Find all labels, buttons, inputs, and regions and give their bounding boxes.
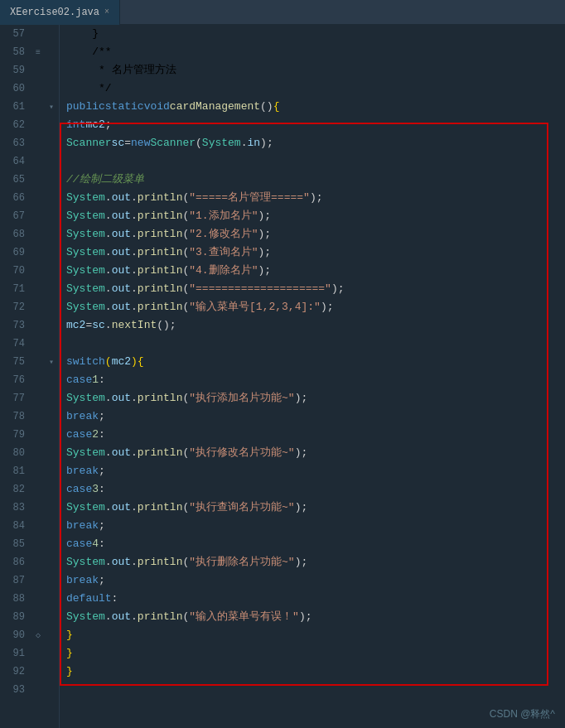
code-line: System.out.println("执行添加名片功能~"); [66, 389, 558, 407]
code-line: /** [66, 43, 558, 61]
line-fold[interactable]: ▾ [45, 102, 58, 112]
tab-bar: XEercise02.java × [0, 0, 565, 25]
line-number: 77 [0, 393, 31, 404]
line-number: 59 [0, 65, 31, 76]
code-line: System.out.println("执行修改名片功能~"); [66, 444, 558, 462]
code-line: System.out.println("=====名片管理====="); [66, 189, 558, 207]
line-number: 58 [0, 46, 31, 58]
gutter-row: 82 [0, 480, 59, 499]
gutter-row: 85 [0, 535, 59, 553]
gutter-row: 62 [0, 116, 59, 134]
line-number: 87 [0, 575, 31, 586]
gutter-row: 89 [0, 608, 59, 626]
gutter-row: 91 [0, 644, 59, 663]
line-number: 83 [0, 502, 31, 513]
gutter-row: 71 [0, 280, 59, 298]
line-number: 74 [0, 338, 31, 350]
line-icon: ≡ [31, 48, 45, 57]
line-number: 61 [0, 101, 31, 113]
code-line: System.out.println("执行查询名片功能~"); [66, 499, 558, 517]
line-number-gutter: 5758≡596061▾6263646566676869707172737475… [0, 25, 60, 728]
gutter-row: 81 [0, 462, 59, 480]
code-line [66, 335, 558, 353]
gutter-row: 66 [0, 189, 59, 207]
gutter-row: 72 [0, 298, 59, 316]
line-number: 76 [0, 374, 31, 386]
line-number: 70 [0, 265, 31, 277]
gutter-row: 63 [0, 134, 59, 152]
code-line: int mc2; [66, 116, 558, 134]
code-line [66, 681, 558, 699]
gutter-row: 74 [0, 335, 59, 353]
code-line: System.out.println("2.修改名片"); [66, 225, 558, 243]
code-line: } [66, 25, 558, 43]
gutter-row: 78 [0, 407, 59, 426]
code-line [66, 152, 558, 171]
code-lines[interactable]: } /** * 名片管理方法 */ public static void car… [60, 25, 565, 728]
code-line: */ [66, 80, 558, 98]
gutter-row: 57 [0, 25, 59, 43]
line-number: 57 [0, 28, 31, 40]
code-line: case 1: [66, 371, 558, 389]
gutter-row: 86 [0, 553, 59, 571]
line-number: 67 [0, 210, 31, 222]
line-number: 90 [0, 629, 31, 641]
tab-close-button[interactable]: × [104, 7, 109, 17]
code-line: default: [66, 590, 558, 608]
file-tab[interactable]: XEercise02.java × [0, 0, 120, 25]
line-number: 69 [0, 247, 31, 258]
gutter-row: 77 [0, 389, 59, 407]
gutter-row: 75▾ [0, 353, 59, 371]
code-line: } [66, 644, 558, 663]
line-number: 65 [0, 174, 31, 186]
line-number: 73 [0, 320, 31, 331]
code-line: * 名片管理方法 [66, 61, 558, 80]
line-number: 68 [0, 229, 31, 240]
code-line: case 4: [66, 535, 558, 553]
gutter-row: 58≡ [0, 43, 59, 61]
line-number: 89 [0, 611, 31, 623]
code-line: System.out.println("1.添加名片"); [66, 207, 558, 225]
code-line: break; [66, 571, 558, 590]
gutter-row: 73 [0, 316, 59, 335]
gutter-row: 76 [0, 371, 59, 389]
gutter-row: 83 [0, 499, 59, 517]
code-line: public static void cardManagement() { [66, 98, 558, 116]
gutter-row: 92 [0, 663, 59, 681]
gutter-row: 84 [0, 517, 59, 535]
line-number: 86 [0, 557, 31, 568]
code-line: } [66, 663, 558, 681]
gutter-row: 68 [0, 225, 59, 243]
line-number: 71 [0, 283, 31, 295]
code-line: Scanner sc = new Scanner(System.in); [66, 134, 558, 152]
line-number: 92 [0, 666, 31, 677]
code-line: break; [66, 462, 558, 480]
line-number: 93 [0, 684, 31, 696]
gutter-row: 60 [0, 80, 59, 98]
code-line: System.out.println("输入菜单号[1,2,3,4]:"); [66, 298, 558, 316]
code-line: System.out.println("4.删除名片"); [66, 262, 558, 280]
gutter-row: 64 [0, 152, 59, 171]
line-icon: ◇ [31, 630, 45, 640]
code-line: switch (mc2) { [66, 353, 558, 371]
gutter-row: 65 [0, 171, 59, 189]
line-number: 64 [0, 156, 31, 167]
line-number: 78 [0, 411, 31, 422]
gutter-row: 79 [0, 426, 59, 444]
gutter-row: 61▾ [0, 98, 59, 116]
gutter-row: 69 [0, 243, 59, 262]
line-number: 60 [0, 83, 31, 94]
line-number: 72 [0, 301, 31, 313]
line-fold[interactable]: ▾ [45, 357, 58, 367]
gutter-row: 80 [0, 444, 59, 462]
code-line: System.out.println("输入的菜单号有误！"); [66, 608, 558, 626]
line-number: 85 [0, 538, 31, 550]
gutter-row: 87 [0, 571, 59, 590]
code-line: mc2=sc.nextInt(); [66, 316, 558, 335]
code-line: case 3: [66, 480, 558, 499]
line-number: 81 [0, 465, 31, 477]
code-line: case 2: [66, 426, 558, 444]
code-line: System.out.println("执行删除名片功能~"); [66, 553, 558, 571]
code-line: System.out.println("3.查询名片"); [66, 243, 558, 262]
line-number: 79 [0, 429, 31, 441]
